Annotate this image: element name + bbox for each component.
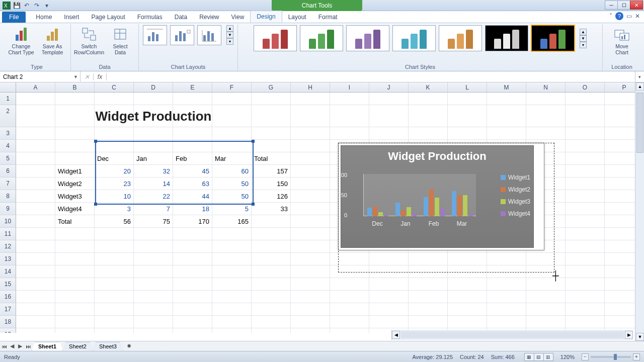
cell[interactable] — [134, 127, 173, 140]
tab-file[interactable]: File — [2, 12, 26, 23]
insert-function-icon[interactable]: fx — [94, 73, 107, 80]
formula-input[interactable] — [107, 71, 635, 82]
cell[interactable] — [212, 127, 252, 140]
cell[interactable] — [134, 228, 173, 240]
select-all-corner[interactable] — [0, 82, 16, 92]
cell[interactable] — [487, 316, 526, 328]
ribbon-display-options-icon[interactable]: ▭ — [626, 13, 632, 20]
cancel-formula-icon[interactable]: ✕ — [80, 73, 94, 80]
cell[interactable] — [291, 190, 330, 203]
minimize-button[interactable]: ─ — [605, 1, 618, 10]
chart-style-option[interactable] — [392, 25, 436, 51]
cell[interactable] — [134, 278, 173, 291]
cell[interactable] — [16, 240, 55, 253]
cell[interactable] — [16, 152, 55, 165]
cell-grid[interactable]: Widget Production Widget Production 100 … — [16, 93, 644, 333]
cell[interactable] — [330, 127, 369, 140]
zoom-out-icon[interactable]: − — [582, 353, 589, 360]
cell[interactable] — [212, 140, 252, 152]
cell[interactable] — [252, 228, 291, 240]
cell[interactable] — [487, 265, 526, 278]
cell[interactable] — [487, 93, 526, 105]
cell[interactable] — [330, 93, 369, 105]
cell[interactable] — [291, 152, 330, 165]
cell[interactable]: Jan — [134, 152, 173, 165]
cell[interactable] — [173, 303, 212, 316]
row-header[interactable]: 8 — [0, 190, 16, 203]
cell[interactable] — [134, 93, 173, 105]
cell[interactable] — [95, 140, 134, 152]
vscroll-thumb[interactable] — [636, 93, 643, 153]
cell[interactable] — [16, 316, 55, 328]
cell[interactable] — [134, 316, 173, 328]
cell[interactable] — [252, 127, 291, 140]
column-header[interactable]: K — [409, 82, 448, 92]
workbook-close-icon[interactable]: ✕ — [635, 13, 640, 20]
cell[interactable] — [16, 215, 55, 228]
cell[interactable] — [252, 253, 291, 265]
column-header[interactable]: F — [212, 82, 252, 92]
cell[interactable] — [487, 291, 526, 303]
scroll-left-icon[interactable]: ◀ — [392, 331, 400, 339]
tab-formulas[interactable]: Formulas — [131, 12, 169, 23]
cell[interactable] — [291, 140, 330, 152]
cell[interactable] — [134, 140, 173, 152]
column-header[interactable]: G — [252, 82, 291, 92]
cell[interactable]: Dec — [95, 152, 134, 165]
cell[interactable] — [448, 278, 487, 291]
cell[interactable] — [16, 127, 55, 140]
qat-dropdown-icon[interactable]: ▾ — [42, 1, 51, 10]
cell[interactable] — [16, 177, 55, 190]
undo-icon[interactable]: ↶ — [22, 1, 31, 10]
cell[interactable] — [55, 140, 95, 152]
cell[interactable]: 157 — [252, 165, 291, 177]
cell[interactable] — [55, 303, 95, 316]
cell[interactable] — [330, 265, 369, 278]
cell[interactable] — [291, 105, 330, 127]
cell[interactable] — [252, 265, 291, 278]
cell[interactable] — [566, 253, 605, 265]
cell[interactable] — [212, 303, 252, 316]
cell[interactable] — [291, 127, 330, 140]
cell[interactable]: 22 — [134, 190, 173, 203]
cell[interactable] — [95, 93, 134, 105]
maximize-button[interactable]: ☐ — [617, 1, 630, 10]
styles-gallery-up-icon[interactable]: ▲ — [580, 29, 587, 35]
chart-style-option[interactable] — [300, 25, 343, 51]
cell[interactable] — [330, 253, 369, 265]
cell[interactable] — [487, 303, 526, 316]
tab-data[interactable]: Data — [169, 12, 193, 23]
cell[interactable] — [16, 203, 55, 215]
cell[interactable] — [448, 303, 487, 316]
move-chart-button[interactable]: MoveChart — [607, 25, 637, 55]
sheet-tab[interactable]: Sheet2 — [62, 342, 93, 350]
cell[interactable] — [95, 253, 134, 265]
cell[interactable]: 10 — [95, 190, 134, 203]
column-header[interactable]: O — [566, 82, 605, 92]
cell[interactable] — [252, 291, 291, 303]
cell[interactable] — [526, 316, 566, 328]
cell[interactable] — [252, 215, 291, 228]
row-header[interactable]: 3 — [0, 127, 16, 140]
cell[interactable]: Widget2 — [55, 177, 95, 190]
cell[interactable] — [448, 93, 487, 105]
cell[interactable]: Widget3 — [55, 190, 95, 203]
column-header[interactable]: C — [95, 82, 134, 92]
minimize-ribbon-icon[interactable]: ˅ — [609, 13, 612, 20]
name-box[interactable]: Chart 2▼ — [0, 71, 80, 82]
cell[interactable] — [291, 328, 330, 333]
cell[interactable] — [566, 215, 605, 228]
cell[interactable] — [369, 303, 409, 316]
cell[interactable]: Widget4 — [55, 203, 95, 215]
cell[interactable]: Total — [252, 152, 291, 165]
select-data-button[interactable]: SelectData — [106, 25, 134, 55]
new-sheet-icon[interactable]: ✸ — [125, 343, 133, 349]
cell[interactable] — [212, 240, 252, 253]
cell[interactable] — [409, 253, 448, 265]
cell[interactable] — [369, 93, 409, 105]
cell[interactable] — [95, 127, 134, 140]
cell[interactable] — [212, 278, 252, 291]
cell[interactable] — [95, 316, 134, 328]
cell[interactable] — [16, 278, 55, 291]
row-header[interactable]: 16 — [0, 291, 16, 303]
